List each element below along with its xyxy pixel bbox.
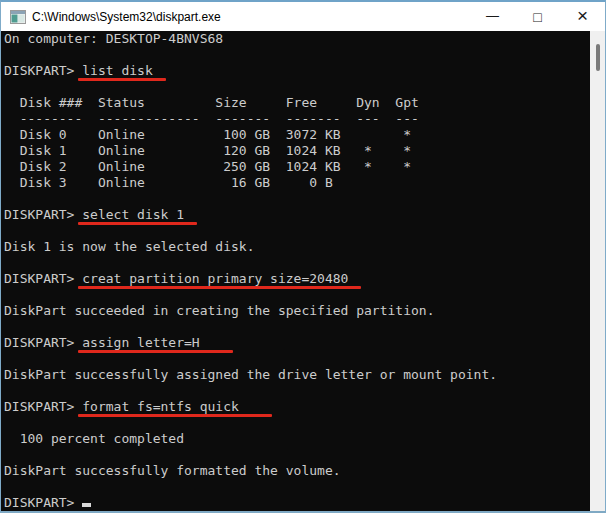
blank-line bbox=[4, 79, 590, 95]
command-line-create-partition: DISKPART> creat partition primary size=2… bbox=[4, 271, 590, 287]
minimize-button[interactable]: — bbox=[470, 2, 515, 31]
disk-table-row-1: Disk 1 Online 120 GB 1024 KB * * bbox=[4, 143, 590, 159]
blank-line bbox=[4, 383, 590, 399]
caption-buttons: — □ × bbox=[470, 2, 605, 31]
output-line-percent: 100 percent completed bbox=[4, 431, 590, 447]
window-title: C:\Windows\System32\diskpart.exe bbox=[32, 10, 221, 24]
console-app-icon[interactable] bbox=[10, 10, 26, 24]
command-text: select disk 1 bbox=[82, 207, 184, 222]
computer-name-line: On computer: DESKTOP-4BNVS68 bbox=[4, 31, 590, 47]
command-text: format fs=ntfs quick bbox=[82, 399, 239, 414]
disk-table-divider: -------- ------------- ------- ------- -… bbox=[4, 111, 590, 127]
red-underline-annotation bbox=[78, 350, 232, 353]
disk-table-row-0: Disk 0 Online 100 GB 3072 KB * bbox=[4, 127, 590, 143]
red-underline-annotation bbox=[78, 78, 165, 81]
titlebar[interactable]: C:\Windows\System32\diskpart.exe — □ × bbox=[1, 2, 605, 31]
prompt-label: DISKPART> bbox=[4, 207, 82, 222]
console-output: On computer: DESKTOP-4BNVS68DISKPART> li… bbox=[4, 31, 590, 511]
command-text: assign letter=H bbox=[82, 335, 199, 350]
prompt-label: DISKPART> bbox=[4, 63, 82, 78]
command-line-format: DISKPART> format fs=ntfs quick bbox=[4, 399, 590, 415]
blank-line bbox=[4, 47, 590, 63]
blank-line bbox=[4, 287, 590, 303]
red-underline-annotation bbox=[78, 222, 197, 225]
blank-line bbox=[4, 191, 590, 207]
blank-line bbox=[4, 351, 590, 367]
blank-line bbox=[4, 479, 590, 495]
blank-line bbox=[4, 319, 590, 335]
diskpart-window: C:\Windows\System32\diskpart.exe — □ × O… bbox=[0, 0, 606, 513]
prompt-label: DISKPART> bbox=[4, 495, 82, 510]
maximize-icon: □ bbox=[533, 10, 541, 24]
red-underline-annotation bbox=[78, 286, 361, 289]
blank-line bbox=[4, 223, 590, 239]
disk-table-header: Disk ### Status Size Free Dyn Gpt bbox=[4, 95, 590, 111]
command-line-assign-letter: DISKPART> assign letter=H bbox=[4, 335, 590, 351]
close-button[interactable]: × bbox=[560, 2, 605, 31]
prompt-label: DISKPART> bbox=[4, 399, 82, 414]
output-line-letter-assigned: DiskPart successfully assigned the drive… bbox=[4, 367, 590, 383]
console[interactable]: On computer: DESKTOP-4BNVS68DISKPART> li… bbox=[1, 31, 605, 511]
text-cursor bbox=[82, 503, 91, 507]
output-line-selected: Disk 1 is now the selected disk. bbox=[4, 239, 590, 255]
command-text: creat partition primary size=20480 bbox=[82, 271, 348, 286]
blank-line bbox=[4, 415, 590, 431]
prompt-line-final: DISKPART> bbox=[4, 495, 590, 511]
command-line-list-disk: DISKPART> list disk bbox=[4, 63, 590, 79]
disk-table-row-2: Disk 2 Online 250 GB 1024 KB * * bbox=[4, 159, 590, 175]
command-line-select-disk: DISKPART> select disk 1 bbox=[4, 207, 590, 223]
output-line-formatted: DiskPart successfully formatted the volu… bbox=[4, 463, 590, 479]
maximize-button[interactable]: □ bbox=[515, 2, 560, 31]
red-underline-annotation bbox=[78, 414, 272, 417]
blank-line bbox=[4, 255, 590, 271]
close-icon: × bbox=[577, 6, 588, 25]
output-line-partition-created: DiskPart succeeded in creating the speci… bbox=[4, 303, 590, 319]
scrollbar-thumb[interactable] bbox=[596, 44, 600, 71]
blank-line bbox=[4, 447, 590, 463]
prompt-label: DISKPART> bbox=[4, 335, 82, 350]
disk-table-row-3: Disk 3 Online 16 GB 0 B bbox=[4, 175, 590, 191]
prompt-label: DISKPART> bbox=[4, 271, 82, 286]
minimize-icon: — bbox=[486, 9, 499, 22]
command-text: list disk bbox=[82, 63, 152, 78]
vertical-scrollbar[interactable] bbox=[590, 31, 605, 511]
